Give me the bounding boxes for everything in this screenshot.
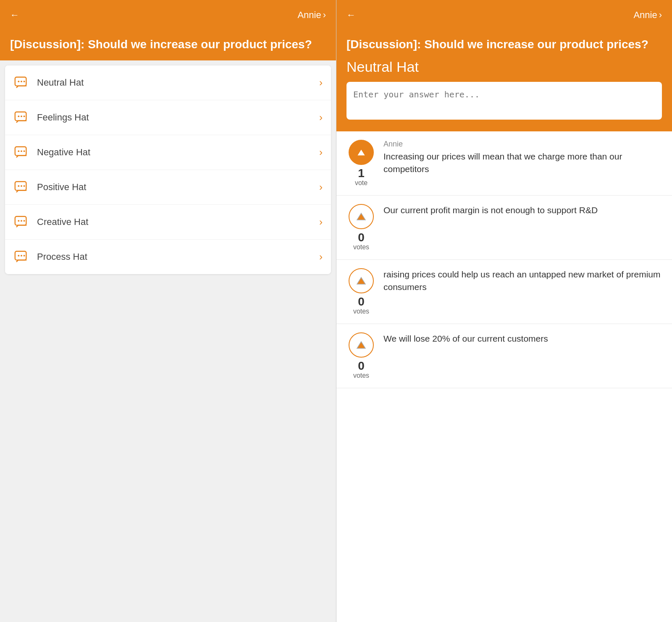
hat-chevron-icon-neutral: › [319, 77, 323, 89]
right-discussion-title: [Discussion]: Should we increase our pro… [346, 37, 662, 52]
user-chevron-icon: › [323, 10, 326, 21]
svg-point-1 [18, 81, 19, 83]
hat-item-creative[interactable]: Creative Hat › [5, 205, 331, 240]
right-panel: ← Annie › [Discussion]: Should we increa… [336, 0, 672, 622]
right-back-arrow-icon: ← [346, 10, 356, 21]
hat-label-creative: Creative Hat [37, 217, 319, 227]
back-button[interactable]: ← [10, 10, 19, 21]
svg-point-10 [21, 151, 22, 152]
response-item: 0 votes Our current profit margin is not… [336, 196, 672, 260]
svg-point-18 [21, 220, 22, 222]
chat-icon-process [13, 249, 29, 265]
response-author-0: Annie [383, 140, 662, 149]
hat-label-positive: Positive Hat [37, 182, 319, 193]
svg-point-7 [24, 116, 25, 118]
svg-point-13 [18, 186, 19, 187]
vote-label-3: votes [353, 372, 369, 379]
svg-marker-24 [357, 149, 365, 156]
svg-point-5 [18, 116, 19, 118]
response-content-3: We will lose 20% of our current customer… [383, 332, 662, 345]
hat-label-neutral: Neutral Hat [37, 77, 319, 88]
chat-icon-feelings [13, 110, 29, 125]
back-arrow-icon: ← [10, 10, 19, 21]
response-item: 0 votes raising prices could help us rea… [336, 260, 672, 324]
hat-label-negative: Negative Hat [37, 147, 319, 158]
right-user-chevron-icon: › [659, 10, 662, 21]
active-hat-title: Neutral Hat [346, 59, 662, 75]
hat-list: Neutral Hat › Feelings Hat › Negative Ha [5, 65, 331, 274]
hat-item-feelings[interactable]: Feelings Hat › [5, 100, 331, 135]
svg-point-3 [24, 81, 25, 83]
response-text-0: Increasing our prices will mean that we … [383, 150, 662, 175]
discussion-title: [Discussion]: Should we increase our pro… [10, 37, 326, 52]
response-text-1: Our current profit margin is not enough … [383, 204, 662, 216]
vote-button-1[interactable] [349, 204, 374, 229]
response-content-0: Annie Increasing our prices will mean th… [383, 140, 662, 175]
svg-point-9 [18, 151, 19, 152]
response-text-2: raising prices could help us reach an un… [383, 268, 662, 293]
hat-chevron-icon-process: › [319, 251, 323, 263]
user-name: Annie [297, 10, 321, 21]
vote-label-0: vote [355, 179, 368, 187]
chat-icon-positive [13, 179, 29, 195]
svg-point-14 [21, 186, 22, 187]
left-header: ← Annie › [0, 0, 336, 30]
hat-chevron-icon-positive: › [319, 181, 323, 193]
hat-item-process[interactable]: Process Hat › [5, 240, 331, 274]
svg-point-23 [24, 255, 25, 257]
vote-section-1: 0 votes [346, 204, 376, 251]
vote-button-0[interactable] [349, 140, 374, 165]
svg-point-15 [24, 186, 25, 187]
hat-label-process: Process Hat [37, 251, 319, 262]
hat-item-positive[interactable]: Positive Hat › [5, 170, 331, 205]
svg-marker-25 [357, 213, 365, 220]
vote-section-2: 0 votes [346, 268, 376, 315]
vote-count-1: 0 [358, 232, 365, 243]
hat-chevron-icon-creative: › [319, 216, 323, 228]
hat-chevron-icon-feelings: › [319, 112, 323, 123]
vote-count-0: 1 [358, 167, 365, 179]
response-item: 0 votes We will lose 20% of our current … [336, 324, 672, 388]
svg-point-17 [18, 220, 19, 222]
hat-label-feelings: Feelings Hat [37, 112, 319, 123]
vote-section-0: 1 vote [346, 140, 376, 187]
svg-point-19 [24, 220, 25, 222]
chat-icon-creative [13, 214, 29, 230]
chat-icon-neutral [13, 75, 29, 91]
right-header-section: [Discussion]: Should we increase our pro… [336, 30, 672, 131]
answer-input[interactable] [346, 82, 662, 120]
svg-point-11 [24, 151, 25, 152]
chat-icon-negative [13, 144, 29, 160]
left-panel: ← Annie › [Discussion]: Should we increa… [0, 0, 336, 622]
vote-button-3[interactable] [349, 332, 374, 358]
svg-marker-27 [357, 342, 365, 348]
vote-count-3: 0 [358, 360, 365, 372]
right-header: ← Annie › [336, 0, 672, 30]
user-nav[interactable]: Annie › [297, 10, 326, 21]
svg-point-22 [21, 255, 22, 257]
hat-item-negative[interactable]: Negative Hat › [5, 135, 331, 170]
hat-chevron-icon-negative: › [319, 146, 323, 158]
response-item: 1 vote Annie Increasing our prices will … [336, 131, 672, 196]
hat-item-neutral[interactable]: Neutral Hat › [5, 65, 331, 100]
vote-label-2: votes [353, 308, 369, 315]
response-text-3: We will lose 20% of our current customer… [383, 332, 662, 345]
left-title-section: [Discussion]: Should we increase our pro… [0, 30, 336, 60]
right-back-button[interactable]: ← [346, 10, 356, 21]
svg-point-6 [21, 116, 22, 118]
vote-button-2[interactable] [349, 268, 374, 293]
svg-point-2 [21, 81, 22, 83]
responses-list: 1 vote Annie Increasing our prices will … [336, 131, 672, 622]
response-content-1: Our current profit margin is not enough … [383, 204, 662, 216]
vote-count-2: 0 [358, 296, 365, 308]
vote-section-3: 0 votes [346, 332, 376, 379]
vote-label-1: votes [353, 243, 369, 251]
svg-marker-26 [357, 277, 365, 284]
right-user-name: Annie [633, 10, 657, 21]
response-content-2: raising prices could help us reach an un… [383, 268, 662, 293]
svg-point-21 [18, 255, 19, 257]
right-user-nav[interactable]: Annie › [633, 10, 662, 21]
